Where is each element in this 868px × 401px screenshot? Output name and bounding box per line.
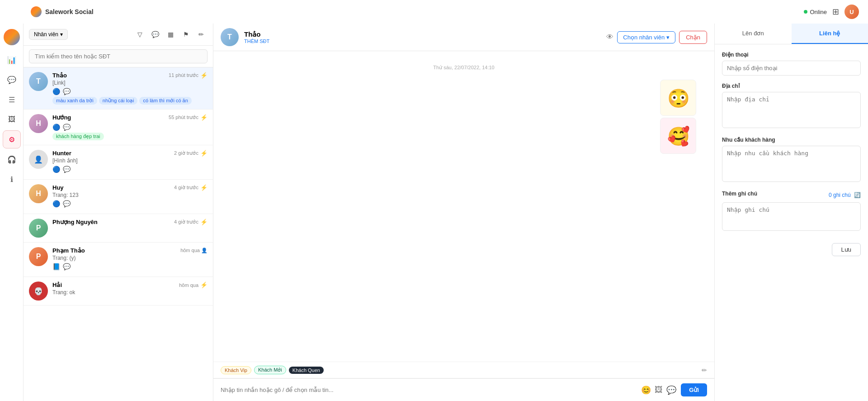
sidebar-btn-chart[interactable]: 📊 bbox=[3, 51, 21, 69]
avatar: 👤 bbox=[29, 150, 48, 169]
conv-name: Huy bbox=[52, 184, 64, 191]
refresh-icon[interactable]: 🔄 bbox=[854, 192, 861, 198]
conv-name: Phượng Nguyên bbox=[52, 219, 98, 225]
chon-nhan-vien-btn[interactable]: Chọn nhân viên ▾ bbox=[617, 31, 675, 43]
grid-view-icon[interactable]: ▦ bbox=[164, 28, 177, 41]
filter-icon[interactable]: ▽ bbox=[133, 28, 146, 41]
conv-icons-row: 🔵 💬 bbox=[52, 166, 208, 173]
sticker-emoji-2: 🥰 bbox=[660, 118, 696, 154]
user-avatar[interactable]: U bbox=[844, 5, 859, 19]
conv-time: 4 giờ trước ⚡ bbox=[174, 219, 208, 225]
chat-contact-sub[interactable]: THÊM SĐT bbox=[244, 38, 269, 44]
conv-preview: Trang: (y) bbox=[52, 255, 208, 261]
template-icon[interactable]: 💬 bbox=[666, 385, 676, 395]
tab-lien-he[interactable]: Liên hệ bbox=[792, 24, 868, 44]
app-logo bbox=[31, 6, 42, 17]
conv-tags: khách hàng đẹp trai bbox=[52, 133, 208, 140]
pencil-icon[interactable]: ✏ bbox=[195, 28, 208, 41]
grid-icon[interactable]: ⊞ bbox=[832, 7, 839, 17]
needs-input[interactable] bbox=[722, 146, 861, 182]
field-address: Địa chỉ bbox=[722, 83, 861, 129]
notes-input[interactable] bbox=[722, 202, 861, 231]
conv-preview: [Hình ảnh] bbox=[52, 158, 208, 164]
chat-bubble-icon[interactable]: 💬 bbox=[149, 28, 161, 41]
address-input[interactable] bbox=[722, 92, 861, 128]
tag-khach-vip[interactable]: Khách Vip bbox=[221, 366, 251, 374]
conv-name-row: Hải hôm qua ⚡ bbox=[52, 282, 208, 288]
emoji-icon[interactable]: 😊 bbox=[641, 385, 651, 395]
field-phone: Điện thoại bbox=[722, 52, 861, 76]
needs-label: Nhu cầu khách hàng bbox=[722, 137, 861, 143]
conv-name: Phạm Thảo bbox=[52, 247, 85, 254]
chat-source-icon: 💬 bbox=[63, 166, 71, 173]
notes-count[interactable]: 0 ghi chú 🔄 bbox=[829, 192, 861, 198]
conv-name-row: Hunter 2 giờ trước ⚡ bbox=[52, 150, 208, 157]
conv-name-row: Phạm Thảo hôm qua 👤 bbox=[52, 247, 208, 254]
chat-main: T Thảo THÊM SĐT 👁 Chọn nhân viên ▾ Chặn … bbox=[213, 24, 714, 401]
phone-input[interactable] bbox=[722, 61, 861, 76]
conv-preview: Trang: ok bbox=[52, 289, 208, 296]
conv-item-huong[interactable]: H Hướng 55 phút trước ⚡ 🔵 💬 khách hàng bbox=[24, 110, 213, 145]
chat-tags-bar: Khách Vip Khách Mới Khách Quen ✏ bbox=[213, 362, 714, 378]
search-input[interactable] bbox=[29, 49, 208, 63]
conv-name-row: Thảo 11 phút trước ⚡ bbox=[52, 72, 208, 79]
send-btn[interactable]: Gửi bbox=[681, 383, 707, 396]
conv-info: Hải hôm qua ⚡ Trang: ok bbox=[52, 282, 208, 297]
chat-header: T Thảo THÊM SĐT 👁 Chọn nhân viên ▾ Chặn bbox=[213, 24, 714, 51]
filter-nhan-vien-btn[interactable]: Nhân viên ▾ bbox=[29, 29, 68, 40]
eye-icon[interactable]: 👁 bbox=[606, 33, 613, 41]
conv-item-phamthao[interactable]: P Phạm Thảo hôm qua 👤 Trang: (y) 📘 💬 bbox=[24, 243, 213, 277]
tags-edit-icon[interactable]: ✏ bbox=[702, 367, 707, 374]
conv-item-hai[interactable]: 💀 Hải hôm qua ⚡ Trang: ok bbox=[24, 277, 213, 306]
sticker-2: 🥰 bbox=[660, 118, 696, 154]
status-online: Online bbox=[804, 9, 827, 15]
chat-source-icon: 💬 bbox=[63, 200, 71, 207]
chevron-down-icon: ▾ bbox=[60, 31, 63, 38]
right-content: Điện thoại Địa chỉ Nhu cầu khách hàng Th bbox=[715, 44, 868, 401]
conv-preview: Trang: 123 bbox=[52, 192, 208, 198]
sidebar-btn-info[interactable]: ℹ bbox=[3, 170, 21, 188]
conv-info: Phượng Nguyên 4 giờ trước ⚡ bbox=[52, 219, 208, 228]
field-notes: Thêm ghi chú 0 ghi chú 🔄 bbox=[722, 191, 861, 232]
chat-input-area: 😊 🖼 💬 Gửi bbox=[213, 378, 714, 401]
sidebar-btn-image[interactable]: 🖼 bbox=[3, 110, 21, 129]
top-bar: Online ⊞ U bbox=[795, 0, 868, 24]
tag-xanh: màu xanh da trời bbox=[52, 97, 97, 105]
sidebar-btn-settings[interactable]: ⚙ bbox=[3, 130, 21, 148]
chat-source-icon: 💬 bbox=[63, 88, 71, 95]
conv-name: Hải bbox=[52, 282, 62, 288]
tag-khach-quen[interactable]: Khách Quen bbox=[289, 367, 324, 374]
conv-time: hôm qua 👤 bbox=[180, 248, 208, 253]
avatar: H bbox=[29, 184, 48, 203]
tag-lam: có làm thì mới có ăn bbox=[139, 97, 191, 105]
avatar: H bbox=[29, 114, 48, 133]
tag-dep-trai: khách hàng đẹp trai bbox=[52, 133, 104, 140]
conv-item-thao[interactable]: T Thảo 11 phút trước ⚡ [Link] 🔵 💬 màu xa bbox=[24, 67, 213, 110]
field-needs: Nhu cầu khách hàng bbox=[722, 137, 861, 183]
conv-info: Hướng 55 phút trước ⚡ 🔵 💬 khách hàng đẹp… bbox=[52, 114, 208, 140]
notes-header: Thêm ghi chú 0 ghi chú 🔄 bbox=[722, 191, 861, 200]
tag-khach-moi[interactable]: Khách Mới bbox=[254, 366, 286, 374]
conv-icons-row: 🔵 💬 bbox=[52, 124, 208, 131]
sidebar-btn-chat[interactable]: 💬 bbox=[3, 71, 21, 89]
chat-header-actions: 👁 Chọn nhân viên ▾ Chặn bbox=[606, 31, 707, 44]
flag-icon[interactable]: ⚑ bbox=[179, 28, 192, 41]
image-attach-icon[interactable]: 🖼 bbox=[655, 385, 663, 395]
tab-len-don[interactable]: Lên đơn bbox=[715, 24, 792, 44]
conv-item-phuong[interactable]: P Phượng Nguyên 4 giờ trước ⚡ bbox=[24, 214, 213, 243]
conv-time: hôm qua ⚡ bbox=[179, 282, 208, 288]
conv-item-huy[interactable]: H Huy 4 giờ trước ⚡ Trang: 123 🔵 💬 bbox=[24, 180, 213, 214]
save-btn[interactable]: Lưu bbox=[832, 243, 861, 256]
conv-item-hunter[interactable]: 👤 Hunter 2 giờ trước ⚡ [Hình ảnh] 🔵 💬 bbox=[24, 145, 213, 180]
avatar: P bbox=[29, 247, 48, 266]
chevron-down-icon: ▾ bbox=[666, 34, 670, 41]
sidebar-btn-list[interactable]: ☰ bbox=[3, 91, 21, 109]
tag-loai: những cái loại bbox=[99, 97, 138, 105]
conv-time: 11 phút trước ⚡ bbox=[169, 72, 208, 79]
conv-icons-row: 🔵 💬 bbox=[52, 88, 208, 95]
conv-icons-row: 🔵 💬 bbox=[52, 200, 208, 207]
chan-btn[interactable]: Chặn bbox=[679, 31, 707, 44]
chat-body: Thứ sáu, 22/07/2022, 14:10 😳 🥰 bbox=[213, 51, 714, 362]
chat-input[interactable] bbox=[221, 387, 637, 393]
sidebar-btn-headphone[interactable]: 🎧 bbox=[3, 150, 21, 168]
